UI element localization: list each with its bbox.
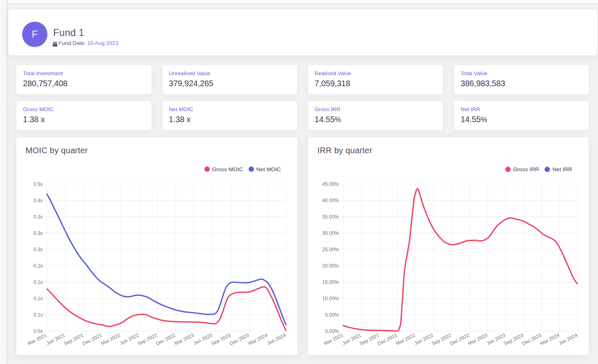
svg-text:0.1x: 0.1x: [34, 296, 43, 301]
svg-text:Mar 2024: Mar 2024: [539, 332, 560, 346]
svg-text:35.00%: 35.00%: [322, 214, 339, 220]
svg-text:25.00%: 25.00%: [322, 247, 339, 252]
svg-text:10.00%: 10.00%: [322, 296, 339, 301]
svg-text:0.3x: 0.3x: [34, 247, 43, 252]
svg-text:Gross IRR: Gross IRR: [513, 166, 540, 172]
svg-text:5.00%: 5.00%: [325, 312, 339, 318]
svg-text:45.00%: 45.00%: [322, 181, 339, 187]
svg-text:Sep 2022: Sep 2022: [137, 332, 158, 346]
svg-text:0.00%: 0.00%: [325, 328, 339, 334]
svg-text:0.3x: 0.3x: [34, 214, 43, 220]
svg-text:Mar 2021: Mar 2021: [323, 332, 344, 346]
svg-text:Mar 2023: Mar 2023: [467, 332, 488, 346]
svg-text:Sep 2023: Sep 2023: [503, 332, 525, 346]
svg-text:Jun 2024: Jun 2024: [558, 332, 579, 346]
svg-text:0.2x: 0.2x: [34, 263, 43, 269]
svg-text:Dec 2023: Dec 2023: [521, 332, 543, 346]
svg-text:Jun 2021: Jun 2021: [45, 332, 66, 346]
svg-text:0.3x: 0.3x: [34, 230, 43, 236]
svg-text:Jun 2023: Jun 2023: [193, 332, 214, 346]
svg-text:Dec 2023: Dec 2023: [229, 332, 250, 346]
svg-text:Sep 2021: Sep 2021: [359, 332, 380, 346]
svg-text:Dec 2021: Dec 2021: [81, 332, 103, 346]
svg-text:40.00%: 40.00%: [322, 198, 339, 203]
svg-text:Sep 2022: Sep 2022: [431, 332, 452, 346]
svg-text:Gross MOIC: Gross MOIC: [212, 166, 243, 172]
svg-text:Dec 2021: Dec 2021: [377, 332, 398, 346]
svg-text:Sep 2021: Sep 2021: [63, 332, 85, 346]
svg-text:Mar 2022: Mar 2022: [100, 332, 121, 346]
svg-text:Mar 2021: Mar 2021: [27, 332, 48, 346]
svg-text:0.1x: 0.1x: [34, 312, 43, 318]
svg-text:Mar 2022: Mar 2022: [395, 332, 416, 346]
svg-text:Sep 2023: Sep 2023: [210, 332, 232, 346]
svg-text:Mar 2024: Mar 2024: [247, 332, 268, 346]
svg-text:0.0x: 0.0x: [34, 328, 43, 334]
svg-text:Jun 2021: Jun 2021: [342, 332, 362, 346]
svg-text:30.00%: 30.00%: [322, 230, 339, 236]
svg-text:Jun 2022: Jun 2022: [119, 332, 140, 346]
svg-text:0.5x: 0.5x: [34, 181, 43, 187]
svg-text:Jun 2024: Jun 2024: [266, 332, 287, 346]
svg-text:0.4x: 0.4x: [34, 198, 43, 203]
svg-text:0.1x: 0.1x: [34, 279, 43, 285]
svg-text:Mar 2023: Mar 2023: [174, 332, 195, 346]
svg-text:Dec 2022: Dec 2022: [155, 332, 177, 346]
svg-text:Jun 2023: Jun 2023: [486, 332, 506, 346]
svg-text:20.00%: 20.00%: [322, 263, 339, 269]
svg-text:15.00%: 15.00%: [322, 279, 339, 285]
svg-text:Net MOIC: Net MOIC: [256, 166, 281, 172]
svg-text:Jun 2022: Jun 2022: [414, 332, 434, 346]
svg-text:Dec 2022: Dec 2022: [449, 332, 470, 346]
svg-text:Net IRR: Net IRR: [553, 166, 573, 172]
